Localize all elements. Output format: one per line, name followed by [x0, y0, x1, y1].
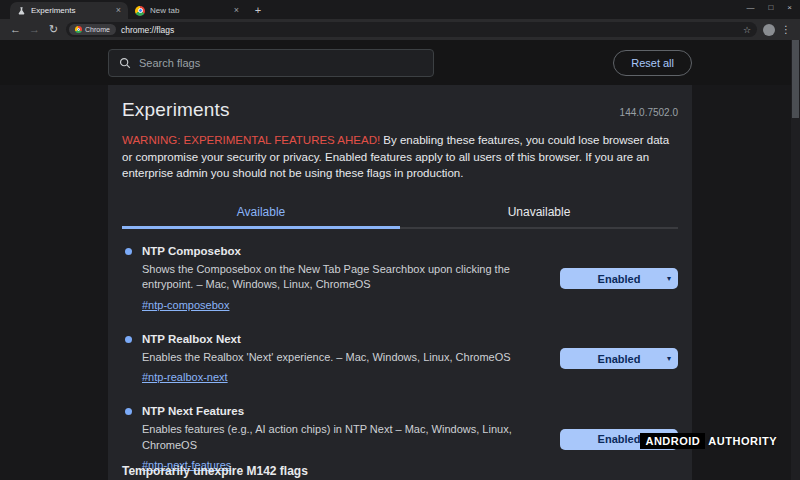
flag-list: NTP Composebox Shows the Composebox on t… [122, 237, 678, 474]
experiments-container: Experiments 144.0.7502.0 WARNING: EXPERI… [108, 85, 692, 480]
flag-row: NTP Composebox Shows the Composebox on t… [122, 237, 678, 313]
back-icon[interactable]: ← [9, 24, 22, 35]
scrollbar[interactable] [791, 40, 800, 480]
chip-label: Chrome [85, 26, 110, 33]
next-section-title: Temporarily unexpire M142 flags [122, 464, 308, 478]
url-text: chrome://flags [121, 25, 738, 35]
watermark: ANDROID AUTHORITY [640, 433, 777, 449]
flag-name: NTP Composebox [142, 245, 544, 257]
warning-text: WARNING: EXPERIMENTAL FEATURES AHEAD! By… [122, 132, 678, 182]
flag-name: NTP Next Features [142, 405, 544, 417]
tab-title: New tab [150, 6, 229, 15]
watermark-android: ANDROID [640, 433, 705, 449]
window-controls: — □ × [746, 3, 792, 12]
reload-icon[interactable]: ↻ [47, 24, 60, 35]
profile-avatar[interactable] [763, 24, 775, 36]
flag-description: Shows the Composebox on the New Tab Page… [142, 262, 544, 293]
tab-new-tab[interactable]: New tab × [128, 2, 246, 19]
availability-tabs: Available Unavailable [122, 196, 678, 229]
close-tab-icon[interactable]: × [234, 6, 239, 15]
reset-all-button[interactable]: Reset all [613, 50, 692, 76]
chevron-down-icon: ▾ [667, 354, 671, 363]
chrome-logo-icon [75, 26, 82, 33]
flag-permalink[interactable]: #ntp-realbox-next [142, 371, 228, 383]
watermark-authority: AUTHORITY [708, 435, 777, 447]
scrollbar-thumb[interactable] [792, 40, 799, 118]
bookmark-star-icon[interactable]: ☆ [743, 25, 751, 35]
address-bar[interactable]: Chrome chrome://flags ☆ [66, 22, 757, 37]
new-tab-button[interactable]: + [250, 2, 266, 18]
forward-icon[interactable]: → [28, 24, 41, 35]
tab-title: Experiments [31, 6, 111, 15]
flag-value-dropdown[interactable]: Enabled ▾ [560, 348, 678, 369]
page-title: Experiments [122, 99, 230, 121]
flag-value: Enabled [598, 353, 641, 365]
tab-experiments[interactable]: Experiments × [10, 2, 128, 19]
flag-description: Enables the Realbox 'Next' experience. –… [142, 350, 544, 366]
maximize-icon[interactable]: □ [768, 3, 773, 12]
flag-value: Enabled [598, 273, 641, 285]
chevron-down-icon: ▾ [667, 274, 671, 283]
page-area: Experiments 144.0.7502.0 WARNING: EXPERI… [0, 85, 800, 480]
menu-icon[interactable]: ⋮ [781, 24, 791, 35]
flag-value: Enabled [598, 433, 641, 445]
flag-row: NTP Next Features Enables features (e.g.… [122, 397, 678, 473]
flag-bullet-icon [125, 336, 132, 343]
flags-header: Reset all [0, 40, 800, 85]
chrome-logo-icon [135, 6, 145, 16]
close-tab-icon[interactable]: × [116, 6, 121, 15]
search-input[interactable] [139, 57, 423, 69]
flag-value-dropdown[interactable]: Enabled ▾ [560, 268, 678, 289]
close-window-icon[interactable]: × [787, 3, 792, 12]
tab-strip: Experiments × New tab × + — □ × [0, 0, 800, 19]
minimize-icon[interactable]: — [746, 3, 754, 12]
browser-window: Experiments × New tab × + — □ × ← → ↻ Ch… [0, 0, 800, 480]
flag-bullet-icon [125, 248, 132, 255]
search-icon [119, 57, 131, 69]
site-info-chip[interactable]: Chrome [69, 24, 116, 35]
search-box[interactable] [108, 49, 434, 77]
flag-description: Enables features (e.g., AI action chips)… [142, 422, 544, 453]
flag-bullet-icon [125, 408, 132, 415]
flag-row: NTP Realbox Next Enables the Realbox 'Ne… [122, 325, 678, 386]
flag-permalink[interactable]: #ntp-composebox [142, 299, 229, 311]
flask-icon [17, 6, 26, 16]
warning-highlight: WARNING: EXPERIMENTAL FEATURES AHEAD! [122, 134, 380, 146]
tab-unavailable[interactable]: Unavailable [400, 196, 678, 229]
tab-available[interactable]: Available [122, 196, 400, 229]
flag-name: NTP Realbox Next [142, 333, 544, 345]
version-number: 144.0.7502.0 [620, 107, 678, 118]
navigation-bar: ← → ↻ Chrome chrome://flags ☆ ⋮ [0, 19, 800, 40]
